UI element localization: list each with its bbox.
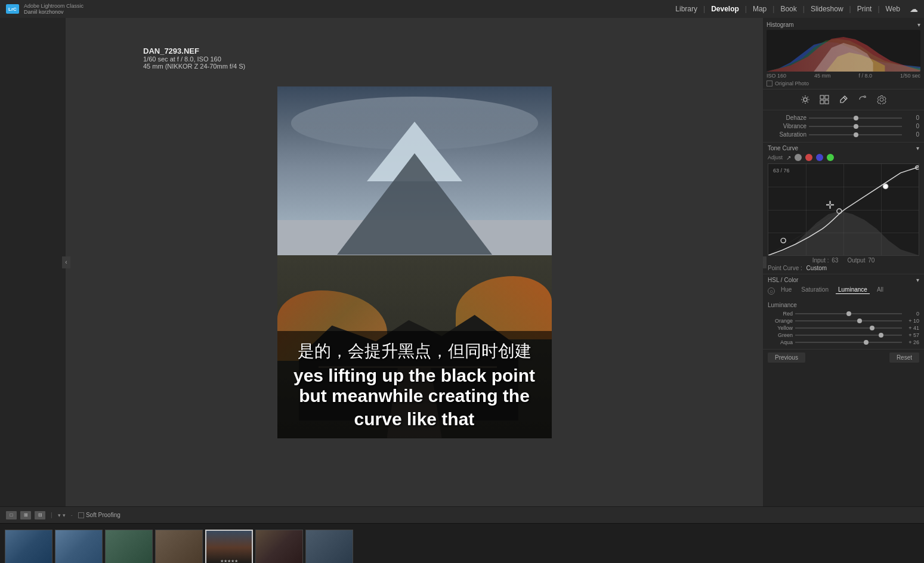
hsl-luminance-header: Luminance (768, 299, 919, 310)
original-photo-checkbox[interactable] (767, 81, 772, 86)
nav-web[interactable]: Web (883, 4, 903, 14)
tone-curve-chevron[interactable]: ▾ (916, 145, 919, 151)
tool-settings[interactable] (799, 93, 812, 106)
dehaze-row: Dehaze 0 (768, 115, 919, 121)
soft-proofing-label: Soft Proofing (86, 512, 120, 518)
tab-hue[interactable]: Hue (778, 286, 794, 294)
mountain-body (337, 153, 492, 255)
tab-luminance[interactable]: Luminance (836, 286, 870, 294)
film-rating-5: ★★★★★ (220, 559, 238, 564)
histogram-header: Histogram ▾ (767, 20, 920, 30)
subtitle-overlay: 是的，会提升黑点，但同时创建 yes lifting up the black … (277, 331, 552, 438)
film-thumb-4[interactable] (155, 530, 203, 564)
vibrance-label: Vibrance (768, 123, 806, 129)
tone-curve-canvas[interactable]: 63 / 76 (768, 163, 919, 256)
hsl-green-slider[interactable] (795, 335, 902, 336)
nav-slideshow[interactable]: Slideshow (808, 4, 846, 14)
film-thumb-1[interactable] (5, 530, 52, 564)
hsl-section: HSL / Color ▾ ○ Hue Saturation Luminance… (763, 274, 924, 349)
tool-icons-row (763, 89, 924, 110)
film-thumb-7[interactable] (305, 530, 353, 564)
hsl-aqua-value: + 26 (904, 339, 919, 345)
subtitle-english-line2: curve like that (289, 409, 540, 429)
hsl-aqua-label: Aqua (768, 339, 793, 345)
app-brand: Adobe Lightroom Classic (24, 3, 84, 9)
histogram-chevron[interactable]: ▾ (917, 21, 920, 28)
dehaze-slider[interactable] (809, 117, 902, 119)
film-thumb-3[interactable] (105, 530, 153, 564)
svg-line-5 (843, 97, 846, 100)
tone-curve-section: Tone Curve ▾ Adjust ↗ 63 / 76 (763, 143, 924, 274)
bottom-toolbar: □ ⊞ ⊟ | ▾ ▾ - Soft Proofing (0, 506, 924, 523)
tool-gear[interactable] (875, 93, 888, 106)
hsl-red-value: 0 (904, 311, 919, 317)
tc-circle-gray[interactable] (795, 154, 802, 161)
tc-arrow-icon[interactable]: ↗ (786, 154, 791, 161)
soft-proofing-check[interactable]: Soft Proofing (78, 512, 120, 518)
toolbar-view-grid[interactable]: ⊞ (20, 511, 31, 519)
svg-point-0 (804, 98, 807, 101)
left-panel-toggle[interactable]: ‹ (62, 256, 70, 268)
tone-curve-title: Tone Curve (768, 145, 798, 151)
tool-rotate[interactable] (856, 93, 869, 106)
left-panel: ‹ (0, 18, 66, 506)
hsl-header: HSL / Color ▾ (768, 277, 919, 283)
tool-grid[interactable] (818, 93, 831, 106)
nav-develop[interactable]: Develop (709, 4, 741, 14)
toolbar-zoom: ▾ ▾ (58, 512, 66, 518)
hsl-controls-row: ○ Hue Saturation Luminance All (768, 286, 919, 296)
soft-proofing-checkbox[interactable] (78, 512, 84, 518)
hsl-red-slider[interactable] (795, 313, 902, 314)
toolbar-view-compare[interactable]: ⊟ (35, 511, 45, 519)
hsl-green-row: Green + 57 (768, 332, 919, 338)
film-thumb-2[interactable] (55, 530, 103, 564)
film-thumb-5[interactable]: ★★★★★ (205, 530, 253, 564)
tool-brush[interactable] (837, 93, 850, 106)
tc-crosshair[interactable]: ✛ (826, 199, 835, 212)
tab-saturation[interactable]: Saturation (799, 286, 831, 294)
hsl-green-value: + 57 (904, 332, 919, 338)
hsl-orange-slider[interactable] (795, 320, 902, 321)
toolbar-view-single[interactable]: □ (6, 511, 17, 519)
cloud-icon[interactable]: ☁ (910, 4, 918, 14)
nav-library[interactable]: Library (673, 4, 700, 14)
svg-point-6 (781, 238, 786, 243)
saturation-row: Saturation 0 (768, 131, 919, 138)
previous-button[interactable]: Previous (768, 352, 805, 363)
tab-all[interactable]: All (874, 286, 886, 294)
saturation-slider[interactable] (809, 134, 902, 135)
right-panel-toggle[interactable]: › (763, 256, 767, 268)
hist-iso: ISO 160 (767, 73, 786, 79)
app-logo: LrC (6, 4, 19, 14)
topbar-left: LrC Adobe Lightroom Classic Daniil korzh… (6, 3, 84, 15)
vibrance-slider[interactable] (809, 126, 902, 127)
hsl-chevron[interactable]: ▾ (916, 277, 919, 283)
original-photo-check[interactable]: Original Photo (767, 81, 920, 86)
nav-print[interactable]: Print (855, 4, 874, 14)
tc-circle-green[interactable] (827, 154, 834, 161)
reset-button[interactable]: Reset (889, 352, 919, 363)
right-panel: › Histogram ▾ (763, 18, 924, 506)
hsl-aqua-slider[interactable] (795, 342, 902, 343)
hsl-green-label: Green (768, 332, 793, 338)
toolbar-zoom-label: ▾ (58, 512, 61, 518)
hsl-title: HSL / Color (768, 277, 798, 283)
vibrance-row: Vibrance 0 (768, 123, 919, 129)
svg-rect-3 (820, 100, 824, 104)
original-photo-label: Original Photo (775, 81, 809, 86)
hsl-toggle[interactable]: ○ (768, 287, 775, 295)
film-thumb-6[interactable] (255, 530, 303, 564)
dehaze-value: 0 (904, 115, 919, 121)
nav-book[interactable]: Book (778, 4, 799, 14)
tc-circle-blue[interactable] (816, 154, 823, 161)
hsl-yellow-slider[interactable] (795, 327, 902, 329)
tc-output-label: Output 70 (847, 257, 874, 264)
prev-reset-row: Previous Reset (763, 349, 924, 366)
histogram-section: Histogram ▾ (763, 18, 924, 89)
tc-circle-red[interactable] (805, 154, 812, 161)
tone-curve-header: Tone Curve ▾ (768, 145, 919, 151)
svg-rect-1 (820, 95, 824, 99)
photo-metadata: DAN_7293.NEF 1/60 sec at f / 8.0, ISO 16… (137, 42, 251, 75)
vibrance-value: 0 (904, 123, 919, 129)
nav-map[interactable]: Map (750, 4, 769, 14)
